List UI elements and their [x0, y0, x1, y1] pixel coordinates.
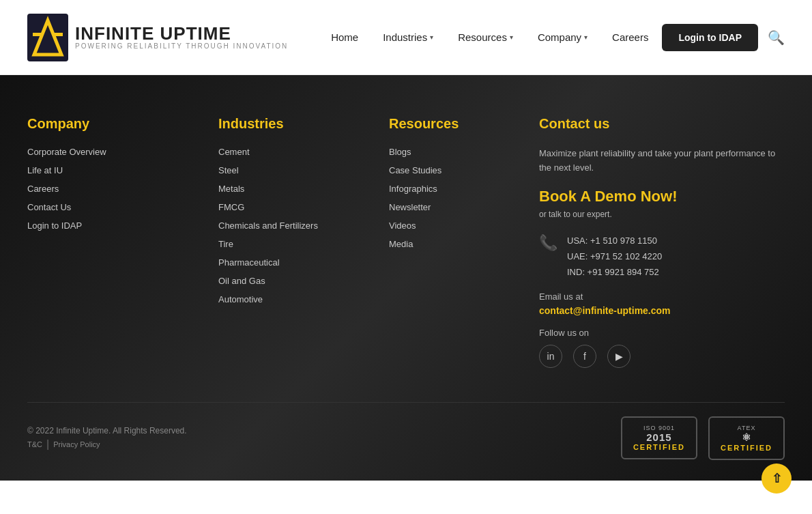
main-nav: Home Industries ▾ Resources ▾ Company ▾ …: [331, 31, 648, 43]
footer-resources-col: Resources Blogs Case Studies Infographic…: [389, 116, 525, 368]
footer: Company Corporate Overview Life at IU Ca…: [0, 75, 812, 481]
atex-cert-symbol: ⚛: [742, 431, 751, 444]
atex-cert-tag: CERTIFIED: [721, 444, 772, 452]
footer-industries-title: Industries: [218, 116, 375, 132]
facebook-icon[interactable]: f: [573, 345, 596, 368]
footer-resource-link-4[interactable]: Videos: [389, 220, 525, 231]
footer-industry-link-6[interactable]: Pharmaceutical: [218, 257, 375, 268]
tnc-link[interactable]: T&C: [27, 440, 42, 448]
phone-numbers: USA: +1 510 978 1150 UAE: +971 52 102 42…: [567, 233, 662, 281]
book-demo-heading[interactable]: Book A Demo Now!: [539, 188, 785, 205]
footer-bottom-links: T&C | Privacy Policy: [27, 438, 187, 451]
footer-bottom-left: © 2022 Infinite Uptime. All Rights Reser…: [27, 426, 187, 451]
linkedin-icon[interactable]: in: [539, 345, 562, 368]
logo[interactable]: INFINITE UPTIME POWERING RELIABILITY THR…: [27, 14, 288, 61]
footer-industry-link-7[interactable]: Oil and Gas: [218, 276, 375, 286]
email-label: Email us at: [539, 291, 785, 302]
follow-label: Follow us on: [539, 328, 785, 338]
nav-careers[interactable]: Careers: [612, 31, 648, 43]
iso-cert-tag: CERTIFIED: [633, 443, 685, 451]
social-icons: in f ▶: [539, 345, 785, 368]
phone-icon: 📞: [539, 234, 557, 252]
youtube-icon[interactable]: ▶: [607, 345, 630, 368]
footer-company-link-2[interactable]: Careers: [27, 184, 205, 194]
footer-contact-title: Contact us: [539, 116, 785, 132]
chevron-down-icon: ▾: [584, 33, 588, 41]
nav-home[interactable]: Home: [331, 31, 358, 43]
footer-industry-link-2[interactable]: Metals: [218, 184, 375, 194]
scroll-to-top-button[interactable]: ⇧: [762, 463, 792, 494]
logo-tagline: POWERING RELIABILITY THROUGH INNOVATION: [75, 42, 288, 50]
chevron-down-icon: ▾: [430, 33, 433, 41]
phone-uae: UAE: +971 52 102 4220: [567, 248, 662, 264]
footer-industry-link-4[interactable]: Chemicals and Fertilizers: [218, 220, 375, 231]
footer-industry-link-0[interactable]: Cement: [218, 147, 375, 157]
footer-company-link-0[interactable]: Corporate Overview: [27, 147, 205, 157]
chevron-down-icon: ▾: [510, 33, 513, 41]
footer-columns: Company Corporate Overview Life at IU Ca…: [27, 116, 785, 402]
nav-resources[interactable]: Resources ▾: [458, 31, 513, 43]
footer-resource-link-0[interactable]: Blogs: [389, 147, 525, 157]
certification-logos: ISO 9001 2015 CERTIFIED ATEX ⚛ CERTIFIED: [621, 416, 785, 460]
iso-cert-year: 2015: [646, 431, 671, 443]
nav-company[interactable]: Company ▾: [538, 31, 588, 43]
footer-resource-link-1[interactable]: Case Studies: [389, 165, 525, 175]
phone-usa: USA: +1 510 978 1150: [567, 233, 662, 248]
logo-text: INFINITE UPTIME POWERING RELIABILITY THR…: [75, 25, 288, 50]
iso-cert-label: ISO 9001: [643, 425, 675, 431]
footer-company-link-1[interactable]: Life at IU: [27, 165, 205, 175]
atex-cert: ATEX ⚛ CERTIFIED: [708, 416, 785, 460]
login-button[interactable]: Login to IDAP: [662, 24, 758, 51]
contact-description: Maximize plant reliability and take your…: [539, 147, 785, 175]
copyright-text: © 2022 Infinite Uptime. All Rights Reser…: [27, 426, 187, 436]
footer-resource-link-3[interactable]: Newsletter: [389, 202, 525, 212]
search-icon[interactable]: 🔍: [768, 29, 785, 46]
privacy-link[interactable]: Privacy Policy: [53, 440, 100, 448]
footer-bottom: © 2022 Infinite Uptime. All Rights Reser…: [27, 402, 785, 481]
footer-industry-link-5[interactable]: Tire: [218, 239, 375, 249]
footer-industry-link-8[interactable]: Automotive: [218, 294, 375, 304]
footer-resources-title: Resources: [389, 116, 525, 132]
footer-contact-col: Contact us Maximize plant reliability an…: [539, 116, 785, 368]
phone-section: 📞 USA: +1 510 978 1150 UAE: +971 52 102 …: [539, 233, 785, 281]
footer-industry-link-1[interactable]: Steel: [218, 165, 375, 175]
atex-cert-label: ATEX: [738, 425, 756, 431]
footer-company-title: Company: [27, 116, 205, 132]
phone-ind: IND: +91 9921 894 752: [567, 264, 662, 280]
email-link[interactable]: contact@infinite-uptime.com: [539, 305, 671, 316]
svg-rect-3: [53, 33, 63, 36]
nav-industries[interactable]: Industries ▾: [383, 31, 433, 43]
or-talk-text: or talk to our expert.: [539, 210, 785, 219]
svg-rect-2: [33, 33, 42, 36]
iso-cert: ISO 9001 2015 CERTIFIED: [621, 416, 697, 459]
logo-icon: [27, 14, 68, 61]
footer-company-link-4[interactable]: Login to IDAP: [27, 220, 205, 231]
footer-resource-link-2[interactable]: Infographics: [389, 184, 525, 194]
footer-company-link-3[interactable]: Contact Us: [27, 202, 205, 212]
header: INFINITE UPTIME POWERING RELIABILITY THR…: [0, 0, 812, 75]
logo-name: INFINITE UPTIME: [75, 25, 288, 42]
footer-company-col: Company Corporate Overview Life at IU Ca…: [27, 116, 205, 368]
footer-industries-col: Industries Cement Steel Metals FMCG Chem…: [218, 116, 375, 368]
footer-resource-link-5[interactable]: Media: [389, 239, 525, 249]
footer-industry-link-3[interactable]: FMCG: [218, 202, 375, 212]
